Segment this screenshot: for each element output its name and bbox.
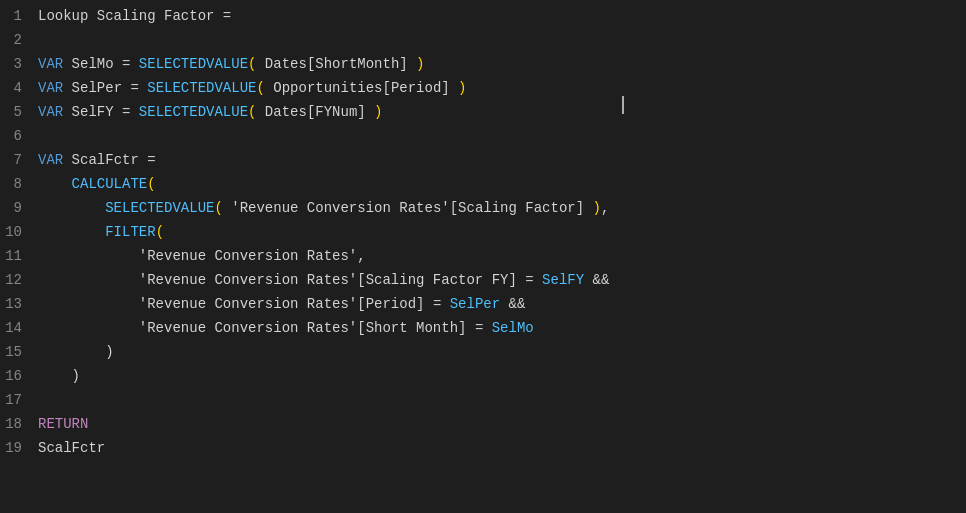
line-number: 17: [0, 388, 30, 412]
code-line: 2: [0, 28, 966, 52]
line-number: 2: [0, 28, 30, 52]
code-line: 18RETURN: [0, 412, 966, 436]
line-number: 13: [0, 292, 30, 316]
line-number: 4: [0, 76, 30, 100]
line-number: 16: [0, 364, 30, 388]
line-number: 5: [0, 100, 30, 124]
code-line: 12 'Revenue Conversion Rates'[Scaling Fa…: [0, 268, 966, 292]
line-number: 3: [0, 52, 30, 76]
line-number: 12: [0, 268, 30, 292]
code-line: 17: [0, 388, 966, 412]
line-content: 'Revenue Conversion Rates'[Scaling Facto…: [30, 268, 609, 292]
line-content: RETURN: [30, 412, 88, 436]
line-content: Lookup Scaling Factor =: [30, 4, 231, 28]
line-content: VAR SelMo = SELECTEDVALUE( Dates[ShortMo…: [30, 52, 425, 76]
line-content: FILTER(: [30, 220, 164, 244]
code-line: 8 CALCULATE(: [0, 172, 966, 196]
line-number: 10: [0, 220, 30, 244]
line-number: 11: [0, 244, 30, 268]
line-content: VAR SelFY = SELECTEDVALUE( Dates[FYNum] …: [30, 100, 383, 124]
line-number: 6: [0, 124, 30, 148]
line-content: 'Revenue Conversion Rates',: [30, 244, 366, 268]
code-line: 16 ): [0, 364, 966, 388]
line-number: 15: [0, 340, 30, 364]
code-line: 15 ): [0, 340, 966, 364]
code-line: 4VAR SelPer = SELECTEDVALUE( Opportuniti…: [0, 76, 966, 100]
code-line: 13 'Revenue Conversion Rates'[Period] = …: [0, 292, 966, 316]
line-content: CALCULATE(: [30, 172, 156, 196]
code-editor[interactable]: 1Lookup Scaling Factor =23VAR SelMo = SE…: [0, 0, 966, 513]
text-cursor: [620, 96, 624, 114]
line-content: VAR ScalFctr =: [30, 148, 156, 172]
line-content: SELECTEDVALUE( 'Revenue Conversion Rates…: [30, 196, 609, 220]
line-content: ): [30, 340, 114, 364]
line-content: 'Revenue Conversion Rates'[Period] = Sel…: [30, 292, 525, 316]
code-line: 9 SELECTEDVALUE( 'Revenue Conversion Rat…: [0, 196, 966, 220]
line-number: 14: [0, 316, 30, 340]
code-line: 1Lookup Scaling Factor =: [0, 4, 966, 28]
code-line: 5VAR SelFY = SELECTEDVALUE( Dates[FYNum]…: [0, 100, 966, 124]
line-content: ScalFctr: [30, 436, 105, 460]
code-line: 14 'Revenue Conversion Rates'[Short Mont…: [0, 316, 966, 340]
line-number: 8: [0, 172, 30, 196]
code-line: 11 'Revenue Conversion Rates',: [0, 244, 966, 268]
line-number: 19: [0, 436, 30, 460]
line-number: 1: [0, 4, 30, 28]
line-number: 18: [0, 412, 30, 436]
code-line: 6: [0, 124, 966, 148]
line-content: ): [30, 364, 80, 388]
line-number: 7: [0, 148, 30, 172]
line-content: VAR SelPer = SELECTEDVALUE( Opportunitie…: [30, 76, 467, 100]
code-line: 19ScalFctr: [0, 436, 966, 460]
code-line: 7VAR ScalFctr =: [0, 148, 966, 172]
code-line: 3VAR SelMo = SELECTEDVALUE( Dates[ShortM…: [0, 52, 966, 76]
line-content: 'Revenue Conversion Rates'[Short Month] …: [30, 316, 534, 340]
line-number: 9: [0, 196, 30, 220]
code-line: 10 FILTER(: [0, 220, 966, 244]
